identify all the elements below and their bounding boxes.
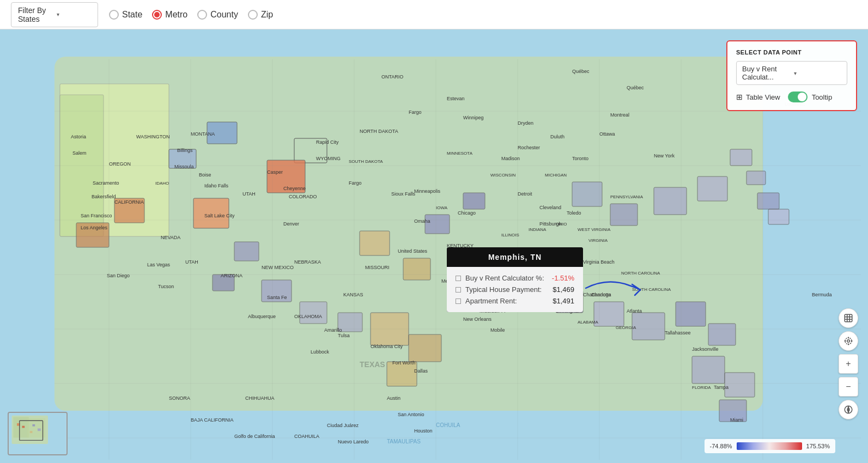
svg-text:ONTARIO: ONTARIO [381, 74, 403, 80]
svg-text:San Diego: San Diego [107, 273, 130, 278]
svg-text:Ottawa: Ottawa [599, 131, 615, 137]
svg-text:Amarillo: Amarillo [324, 327, 342, 333]
svg-rect-33 [768, 209, 789, 224]
zoom-out-button[interactable]: − [839, 377, 858, 397]
svg-text:Fargo: Fargo [409, 109, 422, 115]
svg-text:WYOMING: WYOMING [316, 156, 341, 161]
svg-text:Dallas: Dallas [414, 368, 428, 374]
svg-rect-15 [654, 187, 687, 215]
filter-by-states-dropdown[interactable]: Filter By States ▾ [11, 2, 98, 27]
radio-option-state[interactable]: State [109, 10, 142, 20]
svg-text:VIRGINIA: VIRGINIA [588, 238, 608, 243]
svg-text:NORTH DAKOTA: NORTH DAKOTA [360, 129, 398, 134]
locate-button[interactable] [839, 308, 858, 328]
svg-text:Toronto: Toronto [572, 156, 588, 161]
compass-button[interactable] [839, 400, 858, 419]
svg-text:Salt Lake City: Salt Lake City [204, 213, 235, 218]
svg-text:KANSAS: KANSAS [343, 292, 363, 297]
svg-text:Houston: Houston [414, 428, 433, 434]
tooltip-body: Buy v Rent Calculator %: -1.51% Typical … [447, 267, 583, 312]
svg-text:San Antonio: San Antonio [398, 412, 424, 417]
svg-text:Rochester: Rochester [518, 145, 540, 150]
svg-marker-185 [848, 406, 849, 410]
radio-option-zip[interactable]: Zip [248, 10, 273, 20]
svg-rect-173 [845, 314, 852, 322]
svg-text:OHIO: OHIO [556, 222, 567, 227]
svg-text:Winnipeg: Winnipeg [463, 115, 484, 120]
svg-text:Dryden: Dryden [518, 120, 533, 126]
svg-text:New Orleans: New Orleans [463, 316, 492, 322]
svg-text:IDAHO: IDAHO [155, 181, 169, 186]
svg-text:Detroit: Detroit [518, 191, 532, 197]
svg-text:Denver: Denver [283, 221, 299, 227]
table-view-label: Table View [746, 93, 780, 101]
toggle-switch[interactable] [788, 92, 808, 102]
radio-option-metro[interactable]: Metro [152, 10, 187, 20]
svg-text:COAHUILA: COAHUILA [294, 434, 319, 439]
svg-rect-28 [676, 302, 706, 326]
svg-rect-17 [360, 231, 390, 255]
svg-text:GEORGIA: GEORGIA [616, 325, 636, 330]
radio-circle-zip [248, 10, 258, 20]
data-panel-title: SELECT DATA POINT [736, 49, 847, 56]
svg-text:Bakersfield: Bakersfield [92, 194, 116, 199]
svg-text:SOUTH DAKOTA: SOUTH DAKOTA [349, 159, 383, 164]
gps-button[interactable] [839, 331, 858, 351]
zoom-in-icon: + [846, 359, 851, 369]
svg-text:Duluth: Duluth [550, 134, 564, 139]
tooltip-toggle[interactable]: Tooltip [788, 92, 833, 102]
svg-rect-13 [572, 182, 602, 206]
svg-text:Tampa: Tampa [714, 385, 729, 390]
svg-rect-27 [632, 313, 665, 340]
color-legend: -74.88% 175.53% [705, 439, 835, 453]
svg-rect-38 [725, 373, 755, 397]
top-bar: Filter By States ▾ State Metro County Zi… [0, 0, 868, 29]
svg-text:Minneapolis: Minneapolis [414, 188, 441, 194]
svg-rect-26 [594, 302, 624, 326]
svg-text:NEBRASKA: NEBRASKA [294, 259, 321, 265]
tooltip-dot-buyvrent [456, 276, 461, 281]
panel-actions: ⊞ Table View Tooltip [736, 92, 847, 102]
tooltip-row-buyvrent: Buy v Rent Calculator %: -1.51% [456, 272, 574, 284]
svg-text:COHUILA: COHUILA [436, 422, 460, 428]
svg-text:Tucson: Tucson [158, 284, 174, 289]
radio-circle-metro [152, 10, 162, 20]
svg-text:Toledo: Toledo [567, 210, 581, 216]
radio-option-county[interactable]: County [197, 10, 238, 20]
svg-text:Madison: Madison [501, 156, 520, 161]
svg-text:BAJA CALIFORNIA: BAJA CALIFORNIA [191, 417, 234, 423]
table-icon: ⊞ [736, 93, 743, 101]
svg-rect-194 [38, 429, 41, 431]
svg-text:Bermuda: Bermuda [812, 292, 832, 297]
svg-text:Miami: Miami [730, 417, 743, 423]
tooltip-row-housepayment: Typical House Payment: $1,469 [456, 284, 574, 295]
tooltip-label-buyvrent: Buy v Rent Calculator %: [465, 274, 548, 282]
tooltip-dot-housepayment [456, 287, 461, 293]
radio-label-metro: Metro [165, 10, 187, 20]
svg-text:IOWA: IOWA [436, 205, 448, 210]
map-container[interactable]: Los Angeles San Francisco Sacramento Bak… [0, 29, 868, 463]
svg-text:Cleveland: Cleveland [539, 205, 561, 210]
svg-text:SOUTH CAROLINA: SOUTH CAROLINA [632, 287, 671, 292]
svg-text:Salem: Salem [72, 150, 87, 156]
svg-text:Tulsa: Tulsa [338, 333, 350, 338]
svg-rect-14 [610, 204, 638, 226]
svg-text:Los Angeles: Los Angeles [81, 225, 108, 230]
zoom-in-button[interactable]: + [839, 354, 858, 374]
svg-text:Astoria: Astoria [71, 134, 86, 139]
table-view-button[interactable]: ⊞ Table View [736, 93, 780, 101]
svg-rect-193 [33, 424, 35, 427]
mini-map[interactable] [8, 412, 68, 455]
radio-label-zip: Zip [261, 10, 273, 20]
svg-text:Nuevo Laredo: Nuevo Laredo [338, 439, 369, 444]
svg-text:OKLAHOMA: OKLAHOMA [294, 314, 322, 319]
data-point-select-label: Buy v Rent Calculat... [742, 65, 790, 81]
tooltip-value-housepayment: $1,469 [553, 285, 574, 294]
svg-text:Sioux Falls: Sioux Falls [391, 191, 416, 197]
svg-text:Sacramento: Sacramento [93, 180, 119, 186]
svg-text:Chattanooga: Chattanooga [583, 292, 611, 297]
data-point-select[interactable]: Buy v Rent Calculat... ▾ [736, 61, 847, 85]
svg-text:Las Vegas: Las Vegas [147, 262, 171, 267]
svg-rect-18 [403, 258, 430, 280]
svg-text:MISSOURI: MISSOURI [365, 265, 390, 270]
